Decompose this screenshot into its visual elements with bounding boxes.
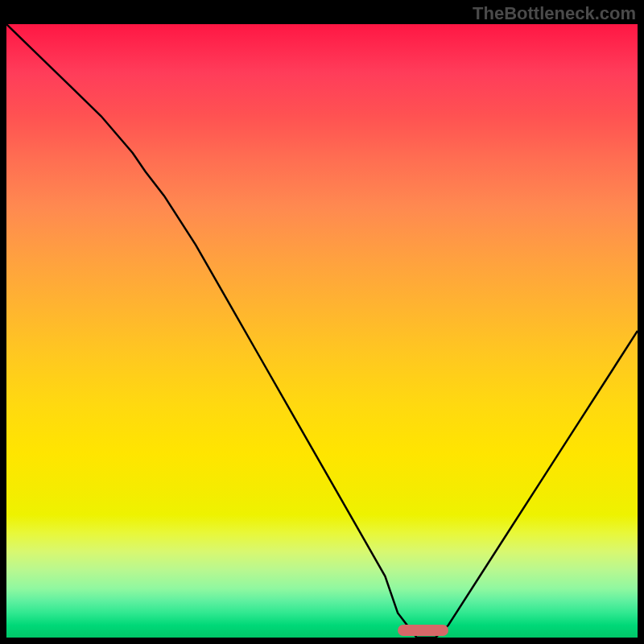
watermark-text: TheBottleneck.com [473, 3, 636, 24]
plot-area [6, 24, 638, 638]
optimal-marker [398, 625, 448, 636]
curve-path [6, 24, 638, 638]
chart-container [6, 24, 638, 638]
bottleneck-curve [6, 24, 638, 638]
